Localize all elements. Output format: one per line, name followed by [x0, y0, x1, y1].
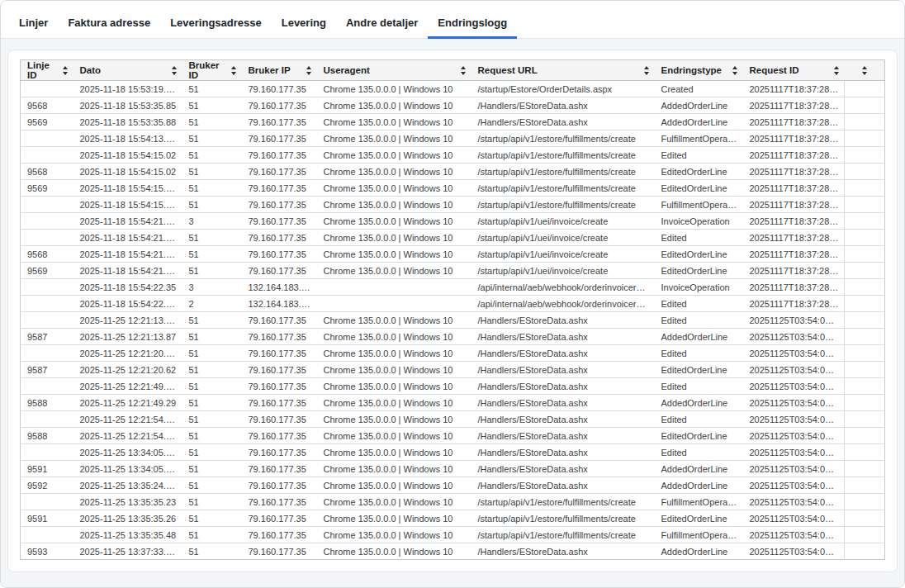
column-header-endringstype[interactable]: Endringstype	[655, 60, 743, 81]
cell-useragent: Chrome 135.0.0.0 | Windows 10	[317, 543, 471, 560]
column-label: Linje ID	[27, 60, 59, 80]
cell-useragent: Chrome 135.0.0.0 | Windows 10	[317, 477, 471, 494]
tab-linjer[interactable]: Linjer	[9, 11, 58, 39]
cell-dato: 2025-11-18 15:54:15.02	[73, 147, 182, 164]
cell-linje-id	[21, 279, 73, 296]
cell-bruker-ip: 79.160.177.35	[242, 81, 317, 97]
cell-empty	[845, 428, 885, 444]
tab-andre-detaljer[interactable]: Andre detaljer	[336, 11, 428, 39]
table-row: 2025-11-25 12:21:13.853 51 79.160.177.35…	[21, 312, 885, 329]
column-label: Request ID	[750, 65, 799, 75]
table-row: 9591 2025-11-25 13:35:35.26 51 79.160.17…	[21, 510, 885, 527]
table-row: 2025-11-18 15:54:21.163 3 79.160.177.35 …	[21, 213, 885, 230]
cell-bruker-ip: 79.160.177.35	[242, 477, 317, 494]
column-label: Request URL	[478, 65, 538, 75]
cell-dato: 2025-11-25 12:21:54.447	[73, 411, 182, 428]
cell-empty	[845, 477, 885, 494]
table-row: 9587 2025-11-25 12:21:20.62 51 79.160.17…	[21, 362, 885, 378]
cell-endringstype: EditedOrderLine	[655, 510, 743, 527]
cell-request-url: /startup/api/v1/estore/fulfillments/crea…	[471, 510, 655, 527]
column-label: Dato	[80, 65, 102, 75]
table-row: 2025-11-18 15:54:21.177 51 79.160.177.35…	[21, 230, 885, 246]
cell-empty	[845, 213, 885, 230]
column-header-empty[interactable]	[845, 60, 885, 81]
cell-dato: 2025-11-18 15:54:21.193	[73, 263, 182, 279]
cell-empty	[845, 378, 885, 395]
cell-bruker-ip: 132.164.183.141	[242, 296, 317, 312]
cell-useragent: Chrome 135.0.0.0 | Windows 10	[317, 164, 471, 180]
cell-empty	[845, 296, 885, 312]
cell-linje-id: 9569	[21, 180, 73, 197]
cell-endringstype: AddedOrderLine	[655, 477, 743, 494]
column-header-linje-id[interactable]: Linje ID	[21, 60, 73, 81]
cell-request-url: /api/internal/aeb/webhook/orderinvoicere…	[471, 296, 655, 312]
cell-bruker-id: 51	[182, 362, 242, 378]
cell-request-url: /Handlers/EStoreData.ashx	[471, 428, 655, 444]
cell-request-id: 20251125T03:54:03_8730	[743, 527, 845, 543]
cell-request-id: 20251125T03:54:03_8730	[743, 510, 845, 527]
cell-bruker-id: 51	[182, 411, 242, 428]
cell-endringstype: EditedOrderLine	[655, 362, 743, 378]
sort-icon	[732, 66, 738, 75]
cell-linje-id	[21, 213, 73, 230]
cell-empty	[845, 411, 885, 428]
tab-levering[interactable]: Levering	[272, 11, 336, 39]
cell-linje-id	[21, 296, 73, 312]
cell-dato: 2025-11-25 13:35:35.26	[73, 510, 182, 527]
tab-leveringsadresse[interactable]: Leveringsadresse	[160, 11, 272, 39]
cell-endringstype: AddedOrderLine	[655, 395, 743, 411]
cell-bruker-ip: 79.160.177.35	[242, 543, 317, 560]
cell-dato: 2025-11-25 12:21:20.62	[73, 362, 182, 378]
cell-dato: 2025-11-18 15:54:22.367	[73, 296, 182, 312]
tab-endringslogg[interactable]: Endringslogg	[428, 11, 517, 39]
column-header-useragent[interactable]: Useragent	[317, 60, 471, 81]
column-label: Useragent	[324, 65, 370, 75]
sort-icon	[172, 66, 178, 75]
changelog-card: Linje ID Dato Bruker ID Bruker IP Userag	[7, 50, 898, 572]
cell-endringstype: Created	[655, 81, 743, 97]
cell-request-id: 20251125T03:54:03_4218	[743, 345, 845, 362]
cell-dato: 2025-11-18 15:54:15.02	[73, 164, 182, 180]
cell-request-id: 20251117T18:37:28_14883	[743, 114, 845, 130]
cell-request-id: 20251117T18:37:28_15139	[743, 230, 845, 246]
cell-dato: 2025-11-18 15:54:22.35	[73, 279, 182, 296]
cell-linje-id: 9568	[21, 97, 73, 114]
cell-request-url: /Handlers/EStoreData.ashx	[471, 312, 655, 329]
column-header-request-id[interactable]: Request ID	[743, 60, 845, 81]
table-row: 9568 2025-11-18 15:54:21.177 51 79.160.1…	[21, 246, 885, 263]
table-row: 9568 2025-11-18 15:54:15.02 51 79.160.17…	[21, 164, 885, 180]
cell-bruker-ip: 79.160.177.35	[242, 164, 317, 180]
cell-request-url: /Handlers/EStoreData.ashx	[471, 362, 655, 378]
cell-bruker-id: 51	[182, 543, 242, 560]
cell-bruker-id: 51	[182, 510, 242, 527]
cell-bruker-id: 51	[182, 395, 242, 411]
cell-dato: 2025-11-25 12:21:49.277	[73, 378, 182, 395]
sort-icon	[461, 66, 467, 75]
table-row: 2025-11-18 15:53:19.973 51 79.160.177.35…	[21, 81, 885, 97]
tab-faktura-adresse[interactable]: Faktura adresse	[58, 11, 160, 39]
column-header-request-url[interactable]: Request URL	[471, 60, 655, 81]
cell-empty	[845, 263, 885, 279]
column-header-bruker-ip[interactable]: Bruker IP	[242, 60, 317, 81]
cell-request-id: 20251125T03:54:03_8606	[743, 477, 845, 494]
cell-dato: 2025-11-25 13:37:33.953	[73, 543, 182, 560]
cell-useragent: Chrome 135.0.0.0 | Windows 10	[317, 180, 471, 197]
column-header-bruker-id[interactable]: Bruker ID	[182, 60, 242, 81]
cell-useragent: Chrome 135.0.0.0 | Windows 10	[317, 130, 471, 147]
cell-request-url: /startup/api/v1/estore/fulfillments/crea…	[471, 527, 655, 543]
cell-linje-id	[21, 444, 73, 461]
cell-request-url: /startup/api/v1/uei/invoice/create	[471, 230, 655, 246]
cell-request-url: /Handlers/EStoreData.ashx	[471, 543, 655, 560]
cell-useragent: Chrome 135.0.0.0 | Windows 10	[317, 197, 471, 213]
cell-endringstype: FulfillmentOperation	[655, 527, 743, 543]
cell-bruker-ip: 79.160.177.35	[242, 197, 317, 213]
sort-icon	[862, 66, 868, 75]
column-header-dato[interactable]: Dato	[73, 60, 182, 81]
cell-request-id: 20251125T03:54:03_4474	[743, 411, 845, 428]
sort-icon	[644, 66, 650, 75]
cell-request-url: /startup/api/v1/estore/fulfillments/crea…	[471, 494, 655, 510]
cell-linje-id	[21, 527, 73, 543]
cell-linje-id: 9587	[21, 329, 73, 345]
cell-dato: 2025-11-18 15:53:35.85	[73, 97, 182, 114]
table-row: 9593 2025-11-25 13:37:33.953 51 79.160.1…	[21, 543, 885, 560]
